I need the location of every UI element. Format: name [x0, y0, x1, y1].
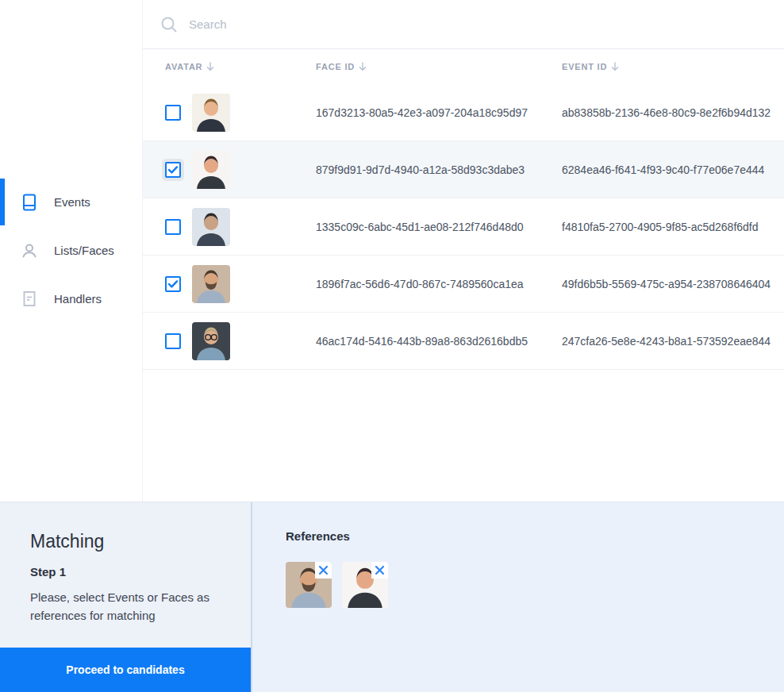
sidebar-item-label: Handlers: [54, 292, 102, 306]
table-header: AVATARFACE IDEVENT ID: [143, 49, 784, 84]
bottom-panel: Matching Step 1 Please, select Events or…: [0, 502, 784, 692]
table-row[interactable]: 1335c09c-6abc-45d1-ae08-212f746d48d0 f48…: [143, 198, 784, 256]
face-id: 1335c09c-6abc-45d1-ae08-212f746d48d0: [316, 221, 562, 233]
search-input[interactable]: [189, 17, 506, 31]
search-bar: [143, 0, 784, 49]
avatar-cell: [192, 208, 316, 246]
face-id: 1896f7ac-56d6-47d0-867c-7489560ca1ea: [316, 278, 562, 290]
avatar-cell: [192, 94, 316, 132]
remove-reference-button[interactable]: [315, 562, 332, 579]
face-id: 167d3213-80a5-42e3-a097-204a18c95d97: [316, 106, 562, 119]
avatar[interactable]: [192, 151, 230, 189]
check-icon: [168, 280, 178, 288]
matching-panel: Matching Step 1 Please, select Events or…: [0, 502, 252, 692]
proceed-to-candidates-button[interactable]: Proceed to candidates: [0, 648, 251, 692]
active-indicator: [0, 179, 5, 225]
close-icon: [375, 565, 385, 575]
face-id: 879f9d91-9d7d-4940-a12a-58d93c3dabe3: [316, 163, 562, 176]
main-content: AVATARFACE IDEVENT ID 167d3213-80a5-42e3…: [143, 0, 784, 502]
table-row[interactable]: 46ac174d-5416-443b-89a8-863d2616bdb5 247…: [143, 313, 784, 370]
row-checkbox[interactable]: [165, 105, 181, 121]
references-panel: References: [252, 502, 784, 692]
sidebar-nav: Events Lists/Faces Handlers: [0, 178, 142, 323]
event-id: f4810fa5-2700-4905-9f85-ac5d268f6dfd: [562, 221, 784, 233]
checkbox-cell: [165, 105, 192, 121]
event-id: 49fd6b5b-5569-475c-a954-238708646404: [562, 278, 784, 290]
events-icon: [21, 194, 38, 211]
table-row[interactable]: 879f9d91-9d7d-4940-a12a-58d93c3dabe3 628…: [143, 141, 784, 198]
reference-thumbnail: [342, 562, 388, 608]
lists-faces-icon: [21, 242, 38, 260]
sort-down-icon: [611, 62, 619, 71]
column-label: FACE ID: [316, 62, 355, 71]
avatar[interactable]: [192, 322, 230, 360]
matching-title: Matching: [30, 531, 251, 552]
avatar[interactable]: [192, 208, 230, 246]
top-section: Events Lists/Faces Handlers AVATARFACE I…: [0, 0, 784, 502]
sidebar-item-handlers[interactable]: Handlers: [0, 275, 142, 323]
event-id: ab83858b-2136-46e8-80c9-8e2f6b94d132: [562, 106, 784, 119]
avatar-image-woman-dark-hair: [192, 151, 230, 189]
avatar-cell: [192, 322, 316, 360]
avatar-cell: [192, 265, 316, 303]
face-matching-app: Events Lists/Faces Handlers AVATARFACE I…: [0, 0, 784, 692]
handlers-icon: [21, 290, 38, 308]
checkbox-cell: [165, 162, 192, 178]
references-list: [286, 562, 784, 608]
table-row[interactable]: 1896f7ac-56d6-47d0-867c-7489560ca1ea 49f…: [143, 256, 784, 313]
sidebar-item-lists-faces[interactable]: Lists/Faces: [0, 226, 142, 275]
sidebar-item-label: Lists/Faces: [54, 244, 114, 257]
avatar-image-man-smile: [192, 94, 230, 132]
sort-down-icon: [359, 62, 367, 71]
table-row[interactable]: 167d3213-80a5-42e3-a097-204a18c95d97 ab8…: [143, 84, 784, 141]
sort-down-icon: [206, 62, 214, 71]
avatar[interactable]: [192, 265, 230, 303]
avatar-image-man-glasses: [192, 322, 230, 360]
avatar-cell: [192, 151, 316, 189]
column-label: AVATAR: [165, 62, 202, 71]
column-header-event-id[interactable]: EVENT ID: [562, 62, 784, 71]
checkbox-cell: [165, 276, 192, 292]
avatar[interactable]: [192, 94, 230, 132]
face-id: 46ac174d-5416-443b-89a8-863d2616bdb5: [316, 335, 562, 348]
column-header-avatar[interactable]: AVATAR: [165, 62, 316, 71]
references-title: References: [286, 529, 784, 543]
avatar-image-man-suit: [192, 208, 230, 246]
matching-step: Step 1: [30, 565, 251, 579]
column-header-face-id[interactable]: FACE ID: [316, 62, 562, 71]
checkbox-cell: [165, 333, 192, 349]
sidebar-item-events[interactable]: Events: [0, 178, 142, 226]
row-checkbox[interactable]: [165, 219, 181, 235]
sidebar-item-label: Events: [54, 195, 90, 209]
matching-instruction: Please, select Events or Faces as refere…: [30, 588, 221, 625]
row-checkbox[interactable]: [165, 333, 181, 349]
close-icon: [318, 565, 329, 575]
remove-reference-button[interactable]: [371, 562, 388, 579]
check-icon: [168, 166, 178, 174]
event-id: 6284ea46-f641-4f93-9c40-f77e06e7e444: [562, 163, 784, 176]
row-checkbox[interactable]: [165, 162, 181, 178]
table-body: 167d3213-80a5-42e3-a097-204a18c95d97 ab8…: [143, 84, 784, 370]
avatar-image-man-beard: [192, 265, 230, 303]
reference-thumbnail: [286, 562, 332, 608]
checkbox-cell: [165, 219, 192, 235]
search-icon: [160, 16, 178, 33]
row-checkbox[interactable]: [165, 276, 181, 292]
column-label: EVENT ID: [562, 62, 607, 71]
event-id: 247cfa26-5e8e-4243-b8a1-573592eae844: [562, 335, 784, 348]
sidebar: Events Lists/Faces Handlers: [0, 0, 143, 502]
